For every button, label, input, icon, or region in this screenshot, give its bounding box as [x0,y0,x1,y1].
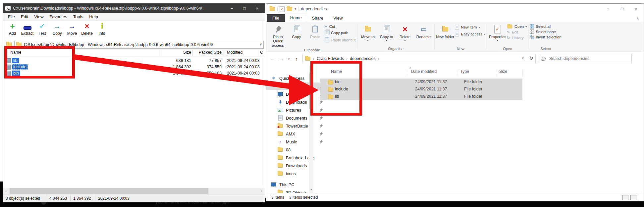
sidebar-item-desktop[interactable]: Desktop [266,90,325,98]
tab-file[interactable]: File [267,14,285,22]
close-button[interactable]: × [251,4,263,13]
info-button[interactable]: iInfo [94,21,109,39]
explorer-titlebar[interactable]: ✓ ▾ dependencies − □ × [266,4,644,14]
table-row[interactable]: include24/09/2021 11:37File folder [320,86,522,93]
column-header-type[interactable]: Type [460,69,469,77]
properties-button[interactable]: ✓Properties▾ [488,24,507,42]
search-box[interactable] [539,54,632,63]
cut-button[interactable]: ✂Cut [324,24,356,29]
scrollbar-thumb[interactable] [309,73,313,109]
sidebar-item-documents[interactable]: Documents [266,114,325,122]
column-separator[interactable] [408,70,408,76]
chevron-down-icon[interactable]: ▾ [497,39,498,42]
sevenzip-titlebar[interactable]: 7z C:\Users\brain\Downloads\libdpp - Win… [3,4,265,13]
copy-to-button[interactable]: Copy to▾ [377,24,396,42]
extract-button[interactable]: Extract [20,21,35,39]
tab-home[interactable]: Home [285,14,307,22]
sidebar-item-towerbattle[interactable]: TowerBattle [266,122,325,129]
column-header-created-cut[interactable]: C [260,50,263,57]
sidebar-item-amx[interactable]: AMX [266,130,325,137]
column-separator[interactable] [457,70,457,76]
sidebar-item-brainbox_logo[interactable]: Brainbox_Logo [266,154,325,161]
menu-favorites[interactable]: Favorites [46,14,70,20]
easy-access-button[interactable]: Easy access▾ [455,31,486,37]
minimize-button[interactable]: − [226,4,238,13]
breadcrumb-item-craig-edwards[interactable]: Craig Edwards [317,56,344,61]
back-button[interactable]: ← [267,56,277,62]
column-header-modified[interactable]: Modified [227,50,242,57]
select-all-button[interactable]: Select all [530,24,561,28]
sidebar-item-downloads[interactable]: Downloads [266,162,325,169]
chevron-down-icon[interactable]: ▾ [478,26,480,29]
sidebar-item-brain[interactable]: brain [266,82,325,90]
scrollbar-thumb[interactable] [10,188,208,194]
move-to-button[interactable]: ←Move to▾ [359,24,377,42]
close-button[interactable]: × [629,4,643,14]
details-view-toggle-icon[interactable] [622,195,628,200]
column-header-name[interactable]: Name [331,69,342,77]
menu-help[interactable]: Help [86,14,101,20]
delete-button[interactable]: ×Delete [80,21,94,39]
sidebar-item-downloads[interactable]: ⬇Downloads [266,98,325,106]
copy-button[interactable]: Copy [287,24,306,39]
horizontal-scrollbar[interactable]: ‹ › [3,188,265,194]
sidebar-item-pictures[interactable]: Pictures [266,106,325,114]
tab-view[interactable]: View [328,14,348,22]
thumbnail-view-toggle-icon[interactable] [630,195,636,200]
menu-tools[interactable]: Tools [70,14,86,20]
history-button[interactable]: ↻History [507,35,527,40]
chevron-down-icon[interactable]: ▾ [484,33,485,36]
delete-button[interactable]: ×Delete▾ [396,24,414,42]
menu-file[interactable]: File [5,14,18,20]
table-row[interactable]: bin1 543 680559 1032021-09-24 00:03 [3,70,265,77]
scroll-down-arrow[interactable]: ▼ [309,187,313,192]
sevenzip-path-combobox[interactable]: C:\Users\brain\Downloads\libdpp - Window… [14,41,264,49]
maximize-button[interactable]: □ [238,4,251,13]
column-header-size[interactable]: Size [499,69,507,77]
sidebar-item-music[interactable]: ♪Music [266,138,325,145]
maximize-button[interactable]: □ [615,4,629,14]
open-button[interactable]: Open▾ [507,24,527,29]
chevron-down-icon[interactable]: ▾ [386,39,387,42]
paste-button[interactable]: Paste [306,24,324,39]
table-row[interactable]: lib24/09/2021 11:37File folder [320,93,522,100]
sidebar-scrollbar[interactable]: ▲ ▼ [309,65,313,193]
add-button[interactable]: +Add [5,21,20,39]
scroll-right-arrow[interactable]: › [259,188,265,194]
chevron-down-icon[interactable]: ▾ [367,39,369,42]
qat-chevron-down-icon[interactable]: ▾ [295,7,296,11]
new-folder-qat-icon[interactable] [287,7,292,11]
copy-path-button[interactable]: Copy path [324,30,356,36]
chevron-down-icon[interactable]: ∨ [259,42,262,46]
scroll-up-arrow[interactable]: ▲ [309,65,313,70]
breadcrumb[interactable]: › Craig Edwards › dependencies › ∨ ↻ [302,54,536,63]
paste-shortcut-button[interactable]: Paste shortcut [324,37,356,43]
recent-locations-chevron-icon[interactable]: ∨ [286,57,292,61]
new-folder-button[interactable]: New folder [436,24,455,39]
menu-edit[interactable]: Edit [18,14,31,20]
select-none-button[interactable]: Select none [530,29,561,34]
forward-button[interactable]: → [277,56,286,62]
column-separator[interactable] [522,70,523,76]
breadcrumb-item-dependencies[interactable]: dependencies [350,56,376,61]
new-item-button[interactable]: New item▾ [455,24,486,30]
edit-button[interactable]: ✎Edit [507,30,527,34]
table-row[interactable]: lib636 18177 8572021-09-24 00:03 [3,58,265,64]
tab-share[interactable]: Share [307,14,329,22]
scroll-left-arrow[interactable]: ‹ [3,188,9,194]
menu-view[interactable]: View [31,14,46,20]
chevron-down-icon[interactable]: ▾ [404,39,406,42]
move-button[interactable]: →Move [65,21,80,39]
column-header-date-modified[interactable]: Date modified [411,69,437,77]
refresh-icon[interactable]: ↻ [529,55,533,61]
sidebar-item-icons[interactable]: icons [266,170,325,177]
rename-button[interactable]: ▭Rename [414,24,433,39]
column-header-name[interactable]: Name [10,50,21,57]
table-row[interactable]: include1 864 392374 5592021-09-24 00:03 [3,64,265,70]
column-header-packed-size[interactable]: Packed Size [182,50,222,57]
sidebar-item-08[interactable]: 08 [266,146,325,153]
up-button[interactable]: ↑ [292,56,301,62]
up-one-level-button[interactable]: ↑ [5,41,13,48]
table-row[interactable]: bin24/09/2021 11:37File folder [320,78,522,86]
copy-button[interactable]: →Copy [50,21,65,39]
